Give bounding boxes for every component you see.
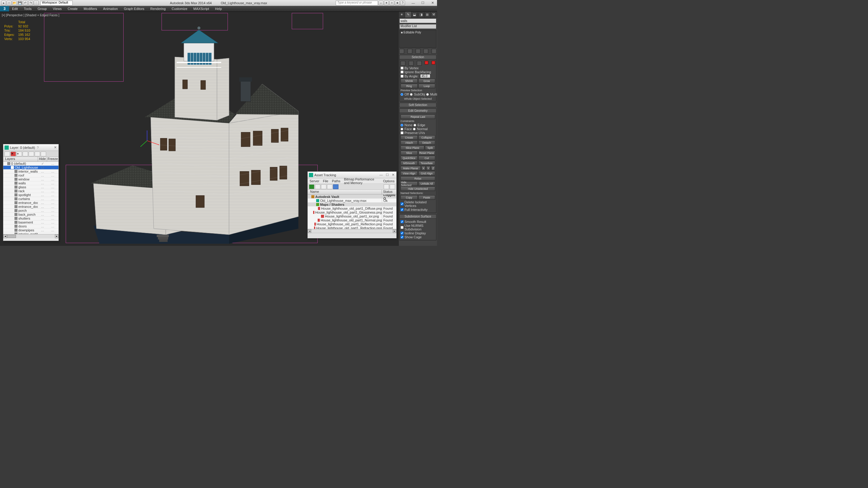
layer-row[interactable]: back_porch……: [3, 213, 59, 217]
undo-button[interactable]: ↶: [23, 1, 28, 5]
preview-multi-radio[interactable]: [426, 93, 429, 96]
ignore-backfacing-checkbox[interactable]: [401, 70, 404, 73]
unique-icon[interactable]: [415, 49, 421, 54]
nurms-checkbox[interactable]: [401, 226, 404, 229]
tree-icon[interactable]: [315, 184, 320, 189]
planar-z-button[interactable]: Z: [431, 166, 435, 170]
modifier-stack[interactable]: ■ Editable Poly: [399, 30, 436, 48]
preview-subobj-radio[interactable]: [410, 93, 412, 96]
asset-row[interactable]: House_lighthouse_old_part1_Refraction.pn…: [308, 226, 396, 229]
remove-mod-icon[interactable]: [424, 49, 428, 54]
highlight-layer-icon[interactable]: [29, 152, 34, 156]
rollout-subdivision[interactable]: Subdivision Surface: [399, 214, 436, 219]
asset-max-icon[interactable]: ☐: [386, 173, 389, 177]
isoline-checkbox[interactable]: [401, 232, 404, 235]
layer-col-hide[interactable]: Hide: [38, 157, 47, 161]
asset-row[interactable]: House_lighthouse_old_part1_Normal.pngFou…: [308, 218, 396, 222]
add-to-layer-icon[interactable]: +: [17, 152, 22, 156]
menu-animation[interactable]: Animation: [100, 6, 121, 11]
layer-scroll[interactable]: ◂▸: [3, 234, 59, 238]
minimize-button[interactable]: —: [410, 1, 416, 5]
modifier-list-select[interactable]: Modifier List: [399, 24, 436, 29]
delete-isolated-checkbox[interactable]: [401, 202, 404, 205]
element-subobj-icon[interactable]: [432, 61, 435, 64]
rollout-edit-geometry[interactable]: Edit Geometry: [399, 108, 436, 113]
asset-col-name[interactable]: Name: [308, 190, 382, 194]
menu-group[interactable]: Group: [35, 6, 50, 11]
quickslice-button[interactable]: QuickSlice: [401, 156, 418, 160]
layer-close-icon[interactable]: ✕: [52, 145, 59, 150]
smooth-result-checkbox[interactable]: [401, 220, 404, 223]
layer-row[interactable]: shutters……: [3, 217, 59, 221]
list-icon[interactable]: [321, 184, 327, 189]
relax-button[interactable]: Relax: [401, 176, 435, 181]
cmd-tab-2[interactable]: ⬓: [411, 12, 418, 18]
layer-col-name[interactable]: Layers: [3, 157, 38, 161]
cmd-tab-1[interactable]: ✎: [405, 12, 411, 18]
asset-menu-item[interactable]: Options: [383, 179, 395, 183]
close-button[interactable]: ✕: [429, 1, 436, 5]
angle-input[interactable]: [420, 74, 430, 78]
tessellate-button[interactable]: Tessellate: [418, 161, 435, 165]
layer-row[interactable]: 0 (default)✓…: [3, 162, 59, 166]
grid-align-button[interactable]: Grid Align: [418, 171, 435, 175]
layer-help-icon[interactable]: ?: [35, 146, 40, 150]
split-button[interactable]: Split: [425, 145, 435, 150]
object-name-input[interactable]: [399, 19, 436, 23]
asset-menu-item[interactable]: Server: [310, 179, 319, 183]
constraint-normal-radio[interactable]: [413, 128, 415, 130]
table-icon[interactable]: [327, 184, 333, 189]
layer-row[interactable]: Old_Lighthouse□…: [3, 166, 59, 170]
attach-button[interactable]: Attach: [401, 140, 418, 145]
layer-row[interactable]: entrance_door_2……: [3, 201, 59, 205]
asset-list[interactable]: Autodesk VaultLogged OOld_Lighthouse_max…: [308, 195, 396, 229]
menu-maxscript[interactable]: MAXScript: [190, 6, 212, 11]
layer-row[interactable]: downpipes……: [3, 228, 59, 232]
by-vertex-checkbox[interactable]: [401, 67, 404, 70]
menu-rendering[interactable]: Rendering: [147, 6, 169, 11]
cmd-tab-3[interactable]: ◨: [418, 12, 424, 18]
menu-customize[interactable]: Customize: [169, 6, 190, 11]
cmd-tab-4[interactable]: ⊞: [424, 12, 431, 18]
help-icon[interactable]: ?: [400, 1, 405, 5]
constraint-edge-radio[interactable]: [413, 124, 416, 127]
layer-row[interactable]: basement……: [3, 221, 59, 224]
by-angle-checkbox[interactable]: [401, 75, 404, 78]
slice-button[interactable]: Slice: [401, 151, 418, 155]
layer-row[interactable]: walls……: [3, 181, 59, 185]
cmd-tab-5[interactable]: ⚒: [431, 12, 437, 18]
preserve-uvs-checkbox[interactable]: [401, 131, 404, 134]
layer-row[interactable]: glass……: [3, 185, 59, 189]
layer-row[interactable]: window……: [3, 177, 59, 181]
asset-min-icon[interactable]: —: [379, 173, 383, 177]
refresh-icon[interactable]: [309, 184, 314, 189]
maximize-button[interactable]: ☐: [420, 1, 426, 5]
asset-row[interactable]: Autodesk VaultLogged O: [308, 195, 396, 198]
collapse-button[interactable]: Collapse: [418, 135, 435, 140]
repeat-last-button[interactable]: Repeat Last: [401, 115, 435, 119]
constraint-face-radio[interactable]: [401, 128, 403, 130]
rollout-soft-selection[interactable]: Soft Selection: [399, 103, 436, 107]
redo-button[interactable]: ↷: [28, 1, 33, 5]
make-planar-button[interactable]: Make Planar: [401, 166, 421, 170]
grow-button[interactable]: Grow: [418, 78, 435, 83]
asset-menu-item[interactable]: File: [323, 179, 328, 183]
asset-menu-item[interactable]: Paths: [332, 179, 340, 183]
details-icon[interactable]: [333, 184, 338, 189]
layer-row[interactable]: porch……: [3, 209, 59, 213]
asset-row[interactable]: Old_Lighthouse_max_vray.maxOk: [308, 198, 396, 202]
asset-menu-item[interactable]: Bitmap Performance and Memory: [344, 177, 379, 185]
hide-layer-icon[interactable]: [35, 152, 40, 156]
menu-tools[interactable]: Tools: [21, 6, 35, 11]
menu-help[interactable]: Help: [212, 6, 225, 11]
paste-sel-button[interactable]: Paste: [418, 195, 435, 200]
comm-icon[interactable]: ✧: [390, 1, 394, 5]
layer-row[interactable]: curtains……: [3, 197, 59, 201]
search-go-icon[interactable]: ⌕: [378, 1, 383, 5]
asset-row[interactable]: Maps / Shaders: [308, 202, 396, 206]
constraint-none-radio[interactable]: [401, 124, 403, 127]
layer-row[interactable]: spotlight……: [3, 193, 59, 197]
view-align-button[interactable]: View Align: [401, 171, 418, 175]
show-result-icon[interactable]: [407, 49, 412, 54]
hide-unselected-button[interactable]: Hide Unselected: [401, 187, 435, 191]
